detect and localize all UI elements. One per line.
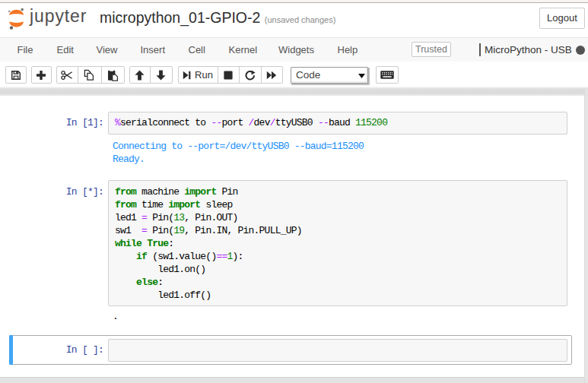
svg-text:jupyter: jupyter <box>29 6 87 26</box>
